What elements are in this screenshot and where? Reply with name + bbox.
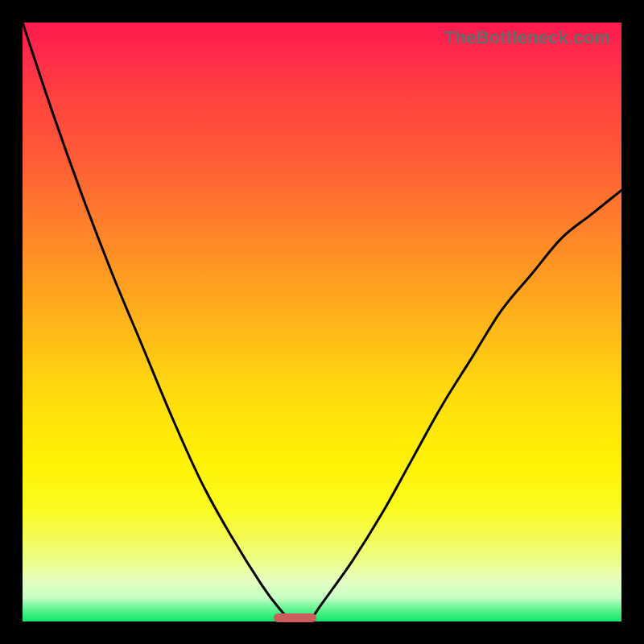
chart-frame: TheBottleneck.com	[0, 0, 644, 644]
plot-area: TheBottleneck.com	[23, 23, 621, 621]
curve-right	[310, 190, 621, 621]
minimum-marker	[274, 613, 316, 622]
curve-left	[23, 23, 292, 621]
curve-layer	[23, 23, 621, 621]
